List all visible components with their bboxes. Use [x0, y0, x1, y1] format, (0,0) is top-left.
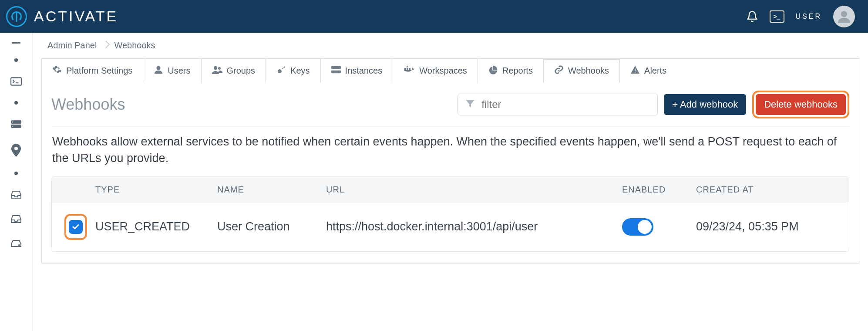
tab-keys[interactable]: Keys — [266, 59, 320, 83]
users-group-icon — [212, 65, 222, 76]
rail-server-icon[interactable] — [0, 119, 32, 129]
table-row[interactable]: USER_CREATED User Creation https://host.… — [52, 203, 849, 251]
webhooks-panel: Webhooks + Add webhook Delete webhooks W… — [41, 83, 859, 263]
svg-rect-16 — [409, 68, 410, 70]
tab-platform-settings[interactable]: Platform Settings — [42, 59, 143, 83]
tab-label: Workspaces — [419, 66, 467, 76]
filter-icon — [465, 98, 475, 111]
alert-icon — [630, 65, 640, 76]
tab-users[interactable]: Users — [143, 59, 201, 83]
svg-rect-19 — [635, 72, 636, 73]
docker-icon — [404, 65, 415, 76]
gear-icon — [52, 65, 62, 77]
svg-point-5 — [12, 126, 13, 127]
breadcrumb-current: Webhooks — [112, 39, 161, 52]
svg-point-4 — [12, 122, 13, 122]
row-created: 09/23/24, 05:35 PM — [692, 220, 844, 233]
tab-webhooks[interactable]: Webhooks — [544, 59, 620, 83]
tab-label: Alerts — [644, 66, 666, 76]
rail-dot-1[interactable] — [0, 58, 32, 62]
pie-chart-icon — [488, 65, 498, 77]
panel-description: Webhooks allow external services to be n… — [51, 127, 849, 176]
user-label: USER — [796, 13, 822, 20]
row-checkbox[interactable] — [69, 220, 83, 234]
panel-title: Webhooks — [51, 95, 125, 114]
svg-rect-17 — [407, 66, 408, 68]
tab-label: Reports — [502, 66, 533, 76]
svg-point-6 — [14, 147, 18, 150]
col-header-created: CREATED AT — [692, 185, 844, 195]
server-icon — [331, 66, 341, 76]
tab-label: Groups — [227, 66, 256, 76]
filter-input[interactable] — [481, 98, 650, 111]
topbar: ACTIVATE >_ USER — [0, 0, 868, 33]
check-icon — [72, 223, 80, 231]
tab-groups[interactable]: Groups — [202, 59, 266, 83]
rail-dot-3[interactable] — [0, 172, 32, 175]
svg-point-7 — [19, 245, 20, 246]
delete-webhooks-button[interactable]: Delete webhooks — [756, 94, 846, 115]
checkbox-highlight — [64, 214, 87, 240]
rail-location-icon[interactable] — [0, 144, 32, 157]
tab-workspaces[interactable]: Workspaces — [393, 59, 478, 83]
col-header-name: NAME — [213, 185, 322, 195]
rail-inbox-1-icon[interactable] — [0, 190, 32, 199]
key-icon — [276, 65, 286, 77]
row-url: https://host.docker.internal:3001/api/us… — [322, 220, 618, 233]
user-icon — [154, 65, 163, 77]
brand-logo-icon — [6, 6, 27, 27]
svg-rect-18 — [635, 68, 636, 71]
table-header: TYPE NAME URL ENABLED CREATED AT — [52, 177, 849, 203]
user-avatar[interactable] — [833, 6, 855, 27]
col-header-type: TYPE — [91, 185, 213, 195]
breadcrumb-root[interactable]: Admin Panel — [46, 39, 103, 52]
rail-terminal-icon[interactable] — [0, 77, 32, 86]
svg-rect-13 — [331, 71, 341, 73]
svg-point-10 — [218, 67, 221, 70]
rail-drive-icon[interactable] — [0, 239, 32, 248]
svg-point-11 — [278, 69, 282, 73]
tab-label: Instances — [345, 66, 383, 76]
rail-inbox-2-icon[interactable] — [0, 214, 32, 224]
col-header-url: URL — [322, 185, 618, 195]
row-enabled-toggle[interactable] — [622, 218, 653, 236]
svg-point-9 — [214, 66, 217, 70]
svg-rect-12 — [331, 66, 341, 69]
rail-collapse-icon[interactable] — [0, 42, 32, 44]
webhooks-table: TYPE NAME URL ENABLED CREATED AT USER — [51, 176, 849, 252]
svg-rect-15 — [407, 68, 408, 70]
delete-button-highlight: Delete webhooks — [752, 91, 849, 118]
col-header-enabled: ENABLED — [618, 185, 692, 195]
terminal-icon[interactable]: >_ — [770, 10, 784, 23]
svg-rect-14 — [404, 68, 406, 70]
add-webhook-button[interactable]: + Add webhook — [664, 94, 746, 115]
svg-rect-1 — [11, 78, 21, 85]
notifications-icon[interactable] — [746, 10, 758, 23]
tab-bar: Platform Settings Users Groups Keys Inst… — [41, 58, 859, 83]
brand[interactable]: ACTIVATE — [6, 6, 118, 27]
tab-label: Webhooks — [568, 66, 609, 76]
tab-label: Platform Settings — [66, 66, 132, 76]
brand-text: ACTIVATE — [34, 8, 118, 25]
svg-point-8 — [157, 66, 161, 70]
tab-reports[interactable]: Reports — [478, 59, 544, 83]
tab-label: Users — [168, 66, 190, 76]
row-type: USER_CREATED — [91, 220, 213, 233]
rail-dot-2[interactable] — [0, 101, 32, 105]
breadcrumb: Admin Panel Webhooks — [46, 39, 859, 52]
filter-box[interactable] — [458, 94, 658, 115]
tab-label: Keys — [290, 66, 310, 76]
link-icon — [554, 65, 564, 77]
row-name: User Creation — [213, 220, 322, 233]
chevron-right-icon — [103, 41, 112, 51]
tab-alerts[interactable]: Alerts — [620, 59, 677, 83]
tab-instances[interactable]: Instances — [321, 59, 394, 83]
left-rail — [0, 33, 33, 331]
svg-point-0 — [841, 11, 847, 17]
